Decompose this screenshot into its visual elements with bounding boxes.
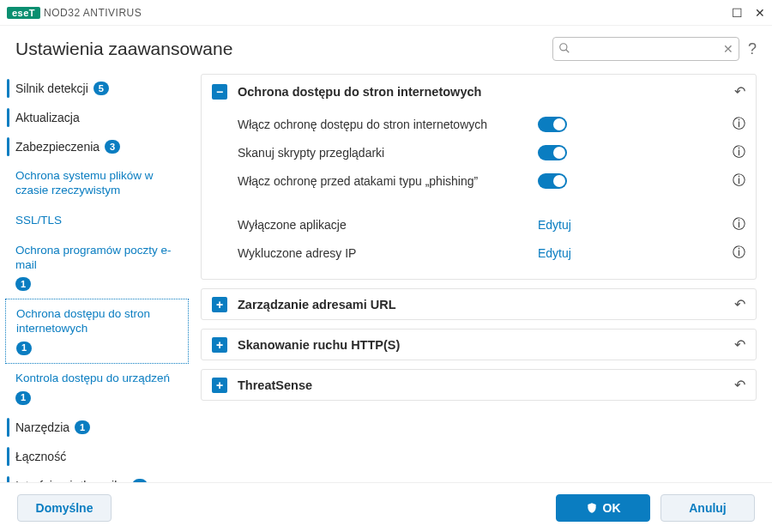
toggle-phishing-protection[interactable]	[538, 173, 567, 189]
expand-icon[interactable]: +	[212, 297, 227, 312]
sidebar-item-label: Kontrola dostępu do urządzeń	[15, 372, 170, 386]
search-box[interactable]: ✕	[552, 37, 739, 61]
panel-title: Ochrona dostępu do stron internetowych	[238, 85, 481, 99]
edit-link-excluded-ips[interactable]: Edytuj	[538, 246, 571, 260]
sidebar-item-label: Ochrona systemu plików w czasie rzeczywi…	[15, 169, 184, 198]
panel-header[interactable]: + ThreatSense ↶	[202, 370, 756, 400]
shield-icon	[586, 502, 598, 514]
sidebar-item-tools[interactable]: Narzędzia 1	[5, 413, 189, 442]
brand-logo: eseT	[7, 7, 40, 19]
setting-row-excluded-apps: Wyłączone aplikacje Edytuj ⓘ	[238, 210, 745, 239]
sidebar-item-update[interactable]: Aktualizacja	[5, 103, 189, 132]
content: − Ochrona dostępu do stron internetowych…	[194, 70, 767, 482]
sidebar-item-device-control[interactable]: Kontrola dostępu do urządzeń 1	[5, 364, 189, 413]
sidebar-badge: 1	[75, 420, 90, 434]
close-icon[interactable]: ✕	[755, 6, 765, 20]
panel-http-scanning: + Skanowanie ruchu HTTP(S) ↶	[201, 329, 757, 360]
sidebar-item-label: Silnik detekcji	[15, 82, 88, 95]
sidebar-badge: 3	[105, 140, 120, 154]
undo-icon[interactable]: ↶	[734, 336, 745, 353]
setting-row-excluded-ips: Wykluczone adresy IP Edytuj ⓘ	[238, 239, 745, 267]
toggle-enable-web-protection[interactable]	[538, 117, 567, 132]
sidebar-item-label: Interfejs użytkownika	[15, 479, 127, 482]
panel-header[interactable]: + Skanowanie ruchu HTTP(S) ↶	[202, 329, 756, 360]
sidebar-item-label: Ochrona dostępu do stron internetowych	[16, 307, 183, 336]
ok-label: OK	[603, 501, 621, 515]
help-icon[interactable]: ?	[748, 40, 757, 58]
page-title: Ustawienia zaawansowane	[15, 39, 232, 59]
sidebar-item-label: Zabezpieczenia	[15, 140, 100, 154]
info-icon[interactable]: ⓘ	[733, 245, 745, 261]
panel-url-management: + Zarządzanie adresami URL ↶	[201, 288, 757, 320]
search-input[interactable]	[574, 43, 720, 56]
sidebar-item-label: Łączność	[15, 450, 66, 463]
setting-label: Skanuj skrypty przeglądarki	[238, 146, 538, 160]
sidebar: Silnik detekcji 5 Aktualizacja Zabezpiec…	[5, 70, 194, 482]
sidebar-badge: 1	[16, 342, 32, 355]
clear-search-icon[interactable]: ✕	[723, 42, 733, 56]
sidebar-item-user-interface[interactable]: Interfejs użytkownika 2	[5, 471, 189, 482]
setting-label: Wykluczone adresy IP	[238, 246, 538, 260]
undo-icon[interactable]: ↶	[734, 377, 745, 393]
sidebar-item-web-access-protection[interactable]: Ochrona dostępu do stron internetowych 1	[5, 299, 189, 364]
sidebar-badge: 2	[132, 479, 148, 482]
panel-header[interactable]: − Ochrona dostępu do stron internetowych…	[202, 75, 756, 108]
sidebar-item-label: Aktualizacja	[15, 111, 80, 124]
sidebar-item-realtime-fs[interactable]: Ochrona systemu plików w czasie rzeczywi…	[5, 161, 189, 206]
panel-header[interactable]: + Zarządzanie adresami URL ↶	[202, 289, 756, 319]
svg-point-0	[560, 43, 567, 50]
sidebar-item-label: SSL/TLS	[15, 214, 62, 228]
product-name: NOD32 ANTIVIRUS	[44, 7, 142, 19]
sidebar-item-detection-engine[interactable]: Silnik detekcji 5	[5, 74, 189, 103]
setting-label: Włącz ochronę dostępu do stron interneto…	[238, 118, 538, 131]
sidebar-badge: 5	[93, 82, 109, 95]
setting-label: Włącz ochronę przed atakami typu „phishi…	[238, 174, 538, 188]
panel-web-access: − Ochrona dostępu do stron internetowych…	[201, 74, 757, 280]
undo-icon[interactable]: ↶	[734, 296, 745, 312]
edit-link-excluded-apps[interactable]: Edytuj	[538, 218, 571, 232]
search-icon	[558, 42, 570, 57]
panel-threatsense: + ThreatSense ↶	[201, 369, 757, 401]
info-icon[interactable]: ⓘ	[733, 116, 745, 132]
ok-button[interactable]: OK	[556, 494, 650, 522]
panel-title: Skanowanie ruchu HTTP(S)	[238, 338, 400, 352]
info-icon[interactable]: ⓘ	[733, 172, 745, 189]
setting-row-phishing-protection: Włącz ochronę przed atakami typu „phishi…	[238, 166, 745, 195]
footer: Domyślne OK Anuluj	[0, 482, 772, 532]
maximize-icon[interactable]: ☐	[732, 6, 743, 20]
sidebar-badge: 1	[15, 391, 31, 405]
undo-icon[interactable]: ↶	[734, 83, 745, 100]
expand-icon[interactable]: +	[212, 337, 227, 353]
info-icon[interactable]: ⓘ	[733, 144, 745, 160]
brand: eseT NOD32 ANTIVIRUS	[7, 7, 142, 19]
toggle-scan-browser-scripts[interactable]	[538, 145, 567, 160]
setting-label: Wyłączone aplikacje	[238, 218, 538, 232]
sidebar-item-ssl-tls[interactable]: SSL/TLS	[5, 206, 189, 236]
sidebar-item-label: Narzędzia	[15, 420, 69, 434]
cancel-button[interactable]: Anuluj	[660, 494, 755, 522]
svg-line-1	[566, 49, 570, 52]
titlebar: eseT NOD32 ANTIVIRUS ☐ ✕	[0, 0, 772, 26]
expand-icon[interactable]: +	[212, 378, 227, 393]
default-button[interactable]: Domyślne	[17, 494, 112, 522]
setting-row-enable-web-protection: Włącz ochronę dostępu do stron interneto…	[238, 110, 745, 138]
info-icon[interactable]: ⓘ	[733, 216, 745, 233]
sidebar-item-connectivity[interactable]: Łączność	[5, 442, 189, 471]
sidebar-item-protections[interactable]: Zabezpieczenia 3	[5, 132, 189, 161]
panel-title: Zarządzanie adresami URL	[238, 298, 396, 311]
window-controls: ☐ ✕	[732, 6, 765, 20]
panel-title: ThreatSense	[238, 378, 312, 392]
sidebar-item-email-protection[interactable]: Ochrona programów poczty e-mail 1	[5, 236, 189, 299]
sidebar-badge: 1	[15, 277, 31, 291]
header: Ustawienia zaawansowane ✕ ?	[0, 26, 772, 69]
collapse-icon[interactable]: −	[212, 84, 227, 100]
sidebar-item-label: Ochrona programów poczty e-mail	[15, 244, 184, 273]
setting-row-scan-browser-scripts: Skanuj skrypty przeglądarki ⓘ	[238, 138, 745, 166]
